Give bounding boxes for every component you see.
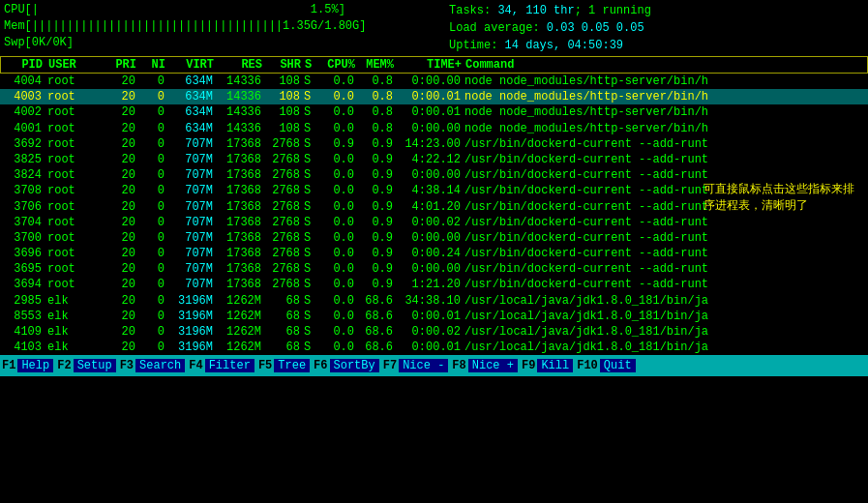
cell-pid: 4004 bbox=[4, 74, 47, 89]
table-row[interactable]: 4001 root 20 0 634M 14336 108 S 0.0 0.8 … bbox=[0, 121, 868, 136]
cell-cpu: 0.0 bbox=[319, 167, 358, 183]
cell-ni: 0 bbox=[139, 293, 168, 309]
cell-mem: 68.6 bbox=[358, 293, 397, 309]
cell-ni: 0 bbox=[139, 167, 168, 183]
col-header-s[interactable]: S bbox=[305, 58, 320, 72]
table-row[interactable]: 4103 elk 20 0 3196M 1262M 68 S 0.0 68.6 … bbox=[0, 340, 868, 355]
table-row[interactable]: 3695 root 20 0 707M 17368 2768 S 0.0 0.9… bbox=[0, 261, 868, 277]
key-label[interactable]: Help bbox=[17, 359, 53, 372]
key-label[interactable]: Setup bbox=[74, 359, 116, 372]
table-header[interactable]: PID USER PRI NI VIRT RES SHR S CPU% MEM%… bbox=[0, 56, 868, 74]
bottom-key-f8[interactable]: F8Nice + bbox=[450, 359, 520, 372]
cell-shr: 2768 bbox=[265, 215, 304, 230]
cell-shr: 108 bbox=[265, 89, 304, 104]
cell-cpu: 0.0 bbox=[319, 74, 358, 89]
bottom-key-f7[interactable]: F7Nice - bbox=[381, 359, 451, 372]
table-row[interactable]: 3694 root 20 0 707M 17368 2768 S 0.0 0.9… bbox=[0, 277, 868, 292]
cell-cpu: 0.0 bbox=[319, 89, 358, 104]
table-row[interactable]: 4002 root 20 0 634M 14336 108 S 0.0 0.8 … bbox=[0, 104, 868, 120]
cell-pid: 3694 bbox=[4, 277, 47, 292]
cell-pri: 20 bbox=[105, 215, 139, 230]
table-row[interactable]: 2985 elk 20 0 3196M 1262M 68 S 0.0 68.6 … bbox=[0, 293, 868, 309]
cell-res: 14336 bbox=[217, 89, 265, 104]
cell-s: S bbox=[304, 230, 319, 246]
cell-cpu: 0.0 bbox=[319, 215, 358, 230]
cpu-value: 1.5%] bbox=[39, 2, 345, 18]
cell-cmd: /usr/bin/dockerd-current --add-runt bbox=[464, 152, 864, 167]
cell-pri: 20 bbox=[105, 293, 139, 309]
col-header-shr[interactable]: SHR bbox=[266, 58, 305, 72]
cell-cmd: /usr/bin/dockerd-current --add-runt bbox=[464, 261, 864, 277]
cell-virt: 3196M bbox=[168, 340, 217, 355]
cpu-label: CPU[ bbox=[4, 2, 32, 18]
table-row[interactable]: 8553 elk 20 0 3196M 1262M 68 S 0.0 68.6 … bbox=[0, 309, 868, 324]
bottom-key-f3[interactable]: F3Search bbox=[118, 359, 188, 372]
col-header-pri[interactable]: PRI bbox=[106, 58, 140, 72]
cell-virt: 707M bbox=[168, 261, 217, 277]
bottom-key-f10[interactable]: F10Quit bbox=[575, 359, 637, 372]
cell-cpu: 0.0 bbox=[319, 152, 358, 167]
key-label[interactable]: Nice + bbox=[468, 359, 518, 372]
cell-virt: 707M bbox=[168, 230, 217, 246]
annotation-text: 可直接鼠标点击这些指标来排序进程表，清晰明了 bbox=[703, 182, 858, 215]
table-row[interactable]: 3825 root 20 0 707M 17368 2768 S 0.0 0.9… bbox=[0, 152, 868, 167]
load-label: Load average: bbox=[449, 21, 547, 35]
cell-virt: 3196M bbox=[168, 293, 217, 309]
cell-res: 17368 bbox=[217, 230, 265, 246]
cell-shr: 2768 bbox=[265, 136, 304, 152]
key-label[interactable]: Tree bbox=[274, 359, 310, 372]
key-label[interactable]: Nice - bbox=[399, 359, 448, 372]
cell-pid: 3695 bbox=[4, 261, 47, 277]
key-label[interactable]: Search bbox=[135, 359, 185, 372]
cell-ni: 0 bbox=[139, 261, 168, 277]
col-header-res[interactable]: RES bbox=[218, 58, 266, 72]
col-header-user[interactable]: USER bbox=[48, 58, 106, 72]
bottom-key-f5[interactable]: F5Tree bbox=[256, 359, 312, 372]
table-row[interactable]: 4004 root 20 0 634M 14336 108 S 0.0 0.8 … bbox=[0, 74, 868, 89]
key-label[interactable]: Kill bbox=[537, 359, 573, 372]
table-row[interactable]: 4109 elk 20 0 3196M 1262M 68 S 0.0 68.6 … bbox=[0, 324, 868, 340]
table-row[interactable]: 3824 root 20 0 707M 17368 2768 S 0.0 0.9… bbox=[0, 167, 868, 183]
bottom-key-f9[interactable]: F9Kill bbox=[520, 359, 575, 372]
bottom-key-f1[interactable]: F1Help bbox=[0, 359, 55, 372]
col-header-pid[interactable]: PID bbox=[5, 58, 48, 72]
col-header-virt[interactable]: VIRT bbox=[169, 58, 218, 72]
cell-mem: 0.9 bbox=[358, 215, 397, 230]
col-header-time[interactable]: TIME+ bbox=[398, 58, 465, 72]
cell-ni: 0 bbox=[139, 199, 168, 215]
cell-cmd: node node_modules/http-server/bin/h bbox=[464, 104, 864, 120]
cell-user: root bbox=[47, 121, 105, 136]
col-header-mem[interactable]: MEM% bbox=[359, 58, 398, 72]
cell-ni: 0 bbox=[139, 183, 168, 198]
key-num: F8 bbox=[450, 359, 467, 372]
load-line: Load average: 0.03 0.05 0.05 bbox=[449, 19, 864, 37]
table-row[interactable]: 3704 root 20 0 707M 17368 2768 S 0.0 0.9… bbox=[0, 215, 868, 230]
table-row[interactable]: 3700 root 20 0 707M 17368 2768 S 0.0 0.9… bbox=[0, 230, 868, 246]
table-row[interactable]: 3696 root 20 0 707M 17368 2768 S 0.0 0.9… bbox=[0, 246, 868, 261]
key-num: F10 bbox=[575, 359, 600, 372]
cell-virt: 3196M bbox=[168, 324, 217, 340]
col-header-cmd[interactable]: Command bbox=[465, 58, 863, 72]
cell-s: S bbox=[304, 74, 319, 89]
col-header-ni[interactable]: NI bbox=[140, 58, 169, 72]
table-row[interactable]: 4003 root 20 0 634M 14336 108 S 0.0 0.8 … bbox=[0, 89, 868, 104]
cell-cmd: /usr/bin/dockerd-current --add-runt bbox=[464, 167, 864, 183]
cell-pri: 20 bbox=[105, 152, 139, 167]
cell-s: S bbox=[304, 246, 319, 261]
cell-virt: 634M bbox=[168, 121, 217, 136]
cell-mem: 0.9 bbox=[358, 230, 397, 246]
cell-pri: 20 bbox=[105, 246, 139, 261]
table-row[interactable]: 3692 root 20 0 707M 17368 2768 S 0.9 0.9… bbox=[0, 136, 868, 152]
bottom-key-f2[interactable]: F2Setup bbox=[55, 359, 117, 372]
key-label[interactable]: Quit bbox=[600, 359, 636, 372]
key-label[interactable]: Filter bbox=[205, 359, 254, 372]
cell-pid: 4001 bbox=[4, 121, 47, 136]
tasks-value: 34, 110 thr bbox=[497, 4, 574, 17]
cell-time: 0:00.00 bbox=[397, 121, 464, 136]
col-header-cpu[interactable]: CPU% bbox=[320, 58, 359, 72]
cell-s: S bbox=[304, 309, 319, 324]
bottom-key-f6[interactable]: F6SortBy bbox=[312, 359, 381, 372]
key-label[interactable]: SortBy bbox=[330, 359, 379, 372]
bottom-key-f4[interactable]: F4Filter bbox=[187, 359, 256, 372]
cell-shr: 2768 bbox=[265, 246, 304, 261]
